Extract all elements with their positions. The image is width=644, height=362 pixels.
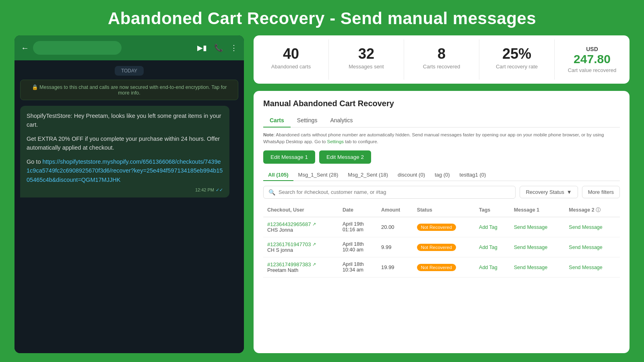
col-message2: Message 2 ⓘ (565, 204, 620, 217)
cart-value-label: Cart value recovered (559, 67, 625, 73)
carts-table: Checkout, User Date Amount Status Tags M… (263, 204, 620, 278)
settings-link[interactable]: Settings (327, 139, 344, 144)
send-message-1-link-0[interactable]: Send Message (514, 224, 547, 230)
video-call-icon[interactable]: ▶▮ (197, 43, 207, 52)
cell-date-2: April 18th 10:34 am (339, 257, 377, 277)
cell-tags-1: Add Tag (475, 237, 510, 257)
stat-cart-value: USD 247.80 Cart value recovered (555, 39, 630, 80)
tab-settings[interactable]: Settings (291, 114, 324, 128)
stat-carts-recovered: 8 Carts recovered (404, 39, 479, 80)
col-checkout-user: Checkout, User (263, 204, 339, 217)
edit-message-1-button[interactable]: Edit Message 1 (263, 150, 315, 164)
recovery-status-label: Recovery Status (526, 189, 564, 195)
filter-tag[interactable]: tag (0) (430, 169, 455, 181)
status-badge-1: Not Recovered (417, 244, 456, 251)
cell-tags-2: Add Tag (475, 257, 510, 277)
table-row: #12361761947703 ↗ CH S jonna April 18th … (263, 237, 620, 257)
table-header-row: Checkout, User Date Amount Status Tags M… (263, 204, 620, 217)
recovery-status-filter[interactable]: Recovery Status ▼ (520, 186, 578, 198)
more-filters-button[interactable]: More filters (582, 186, 620, 198)
tab-analytics[interactable]: Analytics (324, 114, 359, 128)
phone-icon[interactable]: 📞 (214, 43, 223, 52)
cell-msg1-2: Send Message (510, 257, 565, 277)
stat-recovery-rate: 25% Cart recovery rate (479, 39, 555, 80)
message2-info-icon[interactable]: ⓘ (596, 207, 601, 213)
cell-msg2-2: Send Message (565, 257, 620, 277)
filter-msg1-sent[interactable]: Msg_1_Sent (28) (293, 169, 343, 181)
col-tags: Tags (475, 204, 510, 217)
customer-name-0: CHS Jonna (267, 227, 334, 233)
read-checkmarks: ✓✓ (216, 187, 223, 193)
stats-card: 40 Abandoned carts 32 Messages sent 8 Ca… (254, 35, 630, 84)
stat-abandoned-carts: 40 Abandoned carts (254, 39, 329, 80)
encryption-text: 🔒 Messages to this chat and calls are no… (26, 84, 232, 96)
stat-messages-sent: 32 Messages sent (329, 39, 404, 80)
cell-checkout-2: #12361749987383 ↗ Preetam Nath (263, 257, 339, 277)
search-box[interactable]: 🔍 (263, 186, 516, 199)
filter-msg2-sent[interactable]: Msg_2_Sent (18) (343, 169, 393, 181)
cart-value-amount: 247.80 (559, 52, 625, 66)
wa-header: ← ▶▮ 📞 ⋮ (14, 35, 244, 60)
add-tag-link-1[interactable]: Add Tag (479, 245, 497, 250)
tab-carts[interactable]: Carts (263, 114, 291, 128)
wa-encryption-notice[interactable]: 🔒 Messages to this chat and calls are no… (20, 80, 238, 100)
abandoned-carts-value: 40 (258, 46, 324, 62)
wa-action-icons: ▶▮ 📞 ⋮ (197, 43, 237, 52)
cell-date-0: April 19th 01:16 am (339, 217, 377, 237)
search-filter-row: 🔍 Recovery Status ▼ More filters (263, 186, 620, 199)
message-link[interactable]: https://shopifyteststore.myshopify.com/6… (27, 158, 223, 183)
message-line-1: ShopifyTestStore: Hey Preetam, looks lik… (27, 111, 223, 130)
messages-sent-label: Messages sent (333, 64, 400, 70)
cell-amount-2: 19.99 (377, 257, 413, 277)
table-row: #12361749987383 ↗ Preetam Nath April 18t… (263, 257, 620, 277)
more-options-icon[interactable]: ⋮ (230, 43, 237, 52)
filter-all[interactable]: All (105) (263, 169, 293, 181)
cell-amount-0: 20.00 (377, 217, 413, 237)
cell-status-1: Not Recovered (413, 237, 475, 257)
send-message-1-link-2[interactable]: Send Message (514, 265, 547, 270)
external-link-icon: ↗ (312, 222, 316, 227)
message-time: 12:42 PM ✓✓ (27, 187, 223, 193)
recovery-rate-label: Cart recovery rate (483, 64, 550, 70)
checkout-link-1[interactable]: #12361761947703 ↗ (267, 241, 334, 247)
add-tag-link-0[interactable]: Add Tag (479, 224, 497, 230)
cell-checkout-1: #12361761947703 ↗ CH S jonna (263, 237, 339, 257)
send-message-2-link-2[interactable]: Send Message (569, 265, 602, 270)
chevron-down-icon: ▼ (567, 189, 572, 195)
recovery-rate-value: 25% (483, 46, 550, 62)
add-tag-link-2[interactable]: Add Tag (479, 265, 497, 270)
cell-checkout-0: #12364432965687 ↗ CHS Jonna (263, 217, 339, 237)
filter-testtag1[interactable]: testtag1 (0) (455, 169, 491, 181)
external-link-icon: ↗ (312, 242, 316, 247)
cell-status-0: Not Recovered (413, 217, 475, 237)
table-card: Manual Abandoned Cart Recovery Carts Set… (254, 91, 630, 353)
checkout-link-0[interactable]: #12364432965687 ↗ (267, 221, 334, 227)
cell-msg1-1: Send Message (510, 237, 565, 257)
checkout-link-2[interactable]: #12361749987383 ↗ (267, 261, 334, 267)
wa-body: TODAY 🔒 Messages to this chat and calls … (14, 60, 244, 353)
send-message-2-link-0[interactable]: Send Message (569, 224, 602, 230)
filter-tabs-row: All (105) Msg_1_Sent (28) Msg_2_Sent (18… (263, 169, 620, 181)
cell-msg1-0: Send Message (510, 217, 565, 237)
table-row: #12364432965687 ↗ CHS Jonna April 19th 0… (263, 217, 620, 237)
cell-msg2-0: Send Message (565, 217, 620, 237)
col-date: Date (339, 204, 377, 217)
status-badge-0: Not Recovered (417, 224, 456, 231)
message-line-2: Get EXTRA 20% OFF if you complete your p… (27, 134, 223, 152)
edit-message-2-button[interactable]: Edit Message 2 (319, 150, 371, 164)
search-input[interactable] (279, 189, 510, 195)
messages-sent-value: 32 (333, 46, 400, 62)
carts-recovered-label: Carts recovered (408, 64, 475, 70)
wa-message-bubble: ShopifyTestStore: Hey Preetam, looks lik… (20, 106, 229, 197)
cell-status-2: Not Recovered (413, 257, 475, 277)
filter-discount[interactable]: discount (0) (393, 169, 430, 181)
col-amount: Amount (377, 204, 413, 217)
page-header: Abandoned Cart Recovery - Send manual me… (0, 0, 644, 35)
send-message-1-link-1[interactable]: Send Message (514, 245, 547, 250)
send-message-2-link-1[interactable]: Send Message (569, 245, 602, 250)
back-arrow-icon[interactable]: ← (21, 43, 29, 53)
external-link-icon: ↗ (312, 262, 316, 267)
col-message1: Message 1 (510, 204, 565, 217)
status-badge-2: Not Recovered (417, 264, 456, 271)
cell-date-1: April 18th 10:40 am (339, 237, 377, 257)
